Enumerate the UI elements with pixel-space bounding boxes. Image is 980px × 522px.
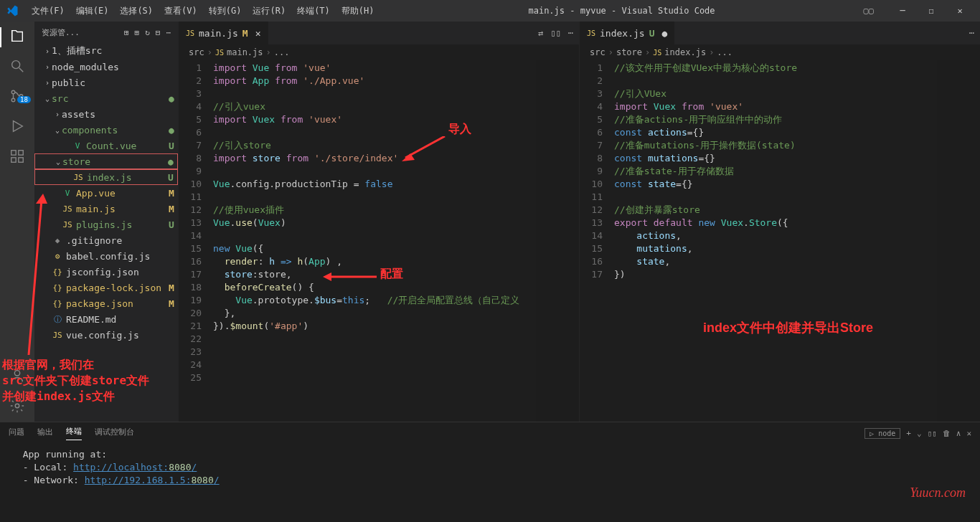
debug-icon[interactable] (9, 118, 26, 135)
minimap[interactable] (536, 60, 579, 422)
svg-rect-9 (19, 158, 23, 162)
kill-terminal-icon[interactable]: 🗑 (943, 429, 951, 438)
scm-badge: 18 (17, 96, 31, 103)
git-status: U (164, 172, 177, 183)
tree-label: index.js (87, 172, 164, 183)
tab-close-icon[interactable]: ✕ (255, 28, 261, 39)
extensions-icon[interactable] (9, 148, 26, 165)
tree-item[interactable]: ›1、插槽src (34, 43, 178, 59)
tree-item[interactable]: ⌄components● (34, 122, 178, 138)
split-icon[interactable]: ▯▯ (550, 28, 560, 38)
tree-item[interactable]: ⚙babel.config.js (34, 248, 178, 264)
tree-label: vue.config.js (66, 330, 178, 341)
network-link[interactable]: http://192.168.1.5:8080/ (85, 475, 220, 485)
code-area[interactable]: 1234567891011121314151617//该文件用于创建VUex中最… (580, 60, 980, 422)
panel-tab[interactable]: 终端 (66, 426, 82, 440)
breadcrumb[interactable]: src›JS main.js›... (179, 44, 579, 60)
tree-item[interactable]: ⌄src● (34, 90, 178, 106)
terminal-selector[interactable]: ▷ node (864, 428, 900, 439)
svg-point-2 (11, 90, 15, 94)
more-icon[interactable]: ⋯ (969, 28, 974, 38)
file-tree: ›1、插槽src›node_modules›public⌄src●›assets… (34, 43, 178, 422)
title-bar: 文件(F)编辑(E)选择(S)查看(V)转到(G)运行(R)终端(T)帮助(H)… (0, 0, 980, 22)
panel-tab[interactable]: 问题 (9, 427, 24, 440)
tree-item[interactable]: JSmain.jsM (34, 201, 178, 217)
layout-icon[interactable]: ▢▢ (864, 6, 874, 16)
code-area[interactable]: 1234567891011121314151617181920212223242… (179, 60, 579, 422)
minimap[interactable] (937, 60, 980, 422)
tab-title: index.js (600, 28, 645, 39)
tree-item[interactable]: VApp.vueM (34, 185, 178, 201)
tree-label: src (52, 93, 165, 104)
menu-bar: 文件(F)编辑(E)选择(S)查看(V)转到(G)运行(R)终端(T)帮助(H) (26, 5, 380, 17)
tree-label: package.json (66, 298, 165, 309)
tree-item[interactable]: ◆.gitignore (34, 232, 178, 248)
menu-item[interactable]: 转到(G) (203, 5, 248, 17)
new-file-icon[interactable]: ⊞ (124, 28, 129, 37)
tree-item[interactable]: ›public (34, 75, 178, 90)
file-icon: {} (52, 283, 63, 293)
svg-point-3 (11, 98, 15, 102)
breadcrumb[interactable]: src›store›JS index.js›... (580, 44, 980, 60)
menu-item[interactable]: 编辑(E) (70, 5, 115, 17)
tree-item[interactable]: {}package.jsonM (34, 295, 178, 311)
new-terminal-icon[interactable]: + (906, 429, 911, 438)
editor-right: JSindex.js U●⋯src›store›JS index.js›...1… (579, 22, 980, 422)
settings-icon[interactable] (9, 397, 26, 414)
panel-close-icon[interactable]: ✕ (966, 429, 971, 438)
tree-item[interactable]: VCount.vueU (34, 138, 178, 153)
terminal-body[interactable]: App running at: - Local: http://localhos… (0, 444, 980, 522)
collapse-icon[interactable]: ⊟ (156, 28, 161, 37)
menu-item[interactable]: 查看(V) (159, 5, 203, 17)
tree-item[interactable]: JSindex.jsU (34, 169, 178, 185)
editor-tab[interactable]: JSmain.js M✕ (179, 22, 268, 44)
maximize-button[interactable]: ☐ (917, 6, 946, 16)
menu-item[interactable]: 选择(S) (114, 5, 159, 17)
new-folder-icon[interactable]: ⊞ (135, 28, 140, 37)
split-terminal-icon[interactable]: ▯▯ (928, 429, 937, 438)
editor-tab[interactable]: JSindex.js U● (580, 22, 674, 44)
sidebar: 资源管... ⊞ ⊞ ↻ ⊟ ⋯ ›1、插槽src›node_modules›p… (34, 22, 178, 422)
panel-up-icon[interactable]: ∧ (956, 429, 961, 438)
tree-item[interactable]: JSvue.config.js (34, 327, 178, 343)
menu-item[interactable]: 终端(T) (291, 5, 336, 17)
panel-tab[interactable]: 输出 (37, 427, 53, 440)
file-icon: ⓘ (52, 314, 63, 325)
account-icon[interactable] (9, 367, 26, 384)
tab-bar: JSmain.js M✕⇄▯▯⋯ (179, 22, 579, 44)
tree-item[interactable]: ⌄store● (34, 153, 178, 169)
refresh-icon[interactable]: ↻ (145, 28, 150, 37)
more-icon[interactable]: ⋯ (568, 28, 573, 38)
tree-label: store (62, 156, 164, 167)
menu-item[interactable]: 帮助(H) (336, 5, 380, 17)
search-icon[interactable] (9, 57, 26, 75)
compare-icon[interactable]: ⇄ (538, 28, 543, 38)
file-icon: {} (52, 299, 63, 308)
tree-item[interactable]: ⓘREADME.md (34, 311, 178, 327)
svg-point-11 (15, 404, 19, 408)
close-button[interactable]: ✕ (946, 6, 974, 16)
tree-item[interactable]: ›assets (34, 106, 178, 122)
gutter: 1234567891011121314151617 (580, 60, 614, 422)
tab-title: main.js (199, 28, 238, 39)
file-icon: JS (587, 29, 595, 37)
git-status: U (165, 141, 178, 151)
menu-item[interactable]: 文件(F) (26, 5, 70, 17)
tree-item[interactable]: ›node_modules (34, 59, 178, 75)
panel-tabs: 问题输出终端调试控制台 ▷ node + ⌄ ▯▯ 🗑 ∧ ✕ (0, 422, 980, 444)
tab-close-icon[interactable]: ● (662, 28, 668, 39)
gutter: 1234567891011121314151617181920212223242… (179, 60, 213, 422)
panel-tab[interactable]: 调试控制台 (95, 427, 134, 440)
tree-item[interactable]: {}package-lock.jsonM (34, 280, 178, 295)
minimize-button[interactable]: ─ (888, 6, 917, 16)
file-icon: ◆ (52, 236, 63, 245)
more-icon[interactable]: ⋯ (166, 28, 171, 37)
scm-icon[interactable]: 18 (9, 87, 26, 105)
tree-item[interactable]: JSplugins.jsU (34, 217, 178, 232)
terminal-dropdown-icon[interactable]: ⌄ (917, 429, 922, 438)
tree-item[interactable]: {}jsconfig.json (34, 264, 178, 280)
local-link[interactable]: http://localhost:8080/ (73, 462, 197, 473)
explorer-icon[interactable] (9, 27, 26, 44)
tree-label: babel.config.js (66, 251, 178, 262)
menu-item[interactable]: 运行(R) (247, 5, 291, 17)
